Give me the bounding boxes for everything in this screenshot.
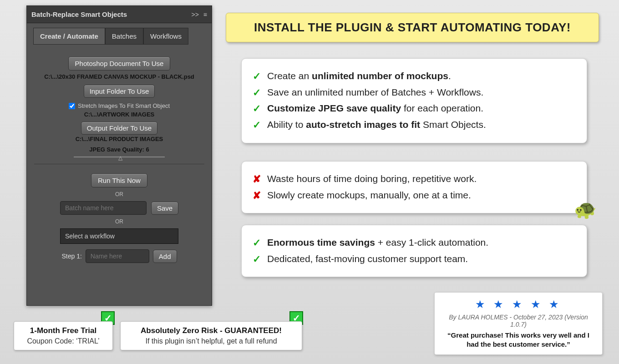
check-icon: ✓ [253, 253, 263, 266]
check-icon: ✓ [253, 86, 263, 100]
benefits-card-summary: ✓Enormous time savings + easy 1-click au… [241, 225, 587, 277]
add-step-button[interactable]: Add [153, 250, 177, 263]
panel-title: Batch-Replace Smart Objects [31, 10, 191, 18]
guarantee-badge: Absolutely Zero Risk - GUARANTEED! If th… [120, 321, 302, 350]
jpeg-quality-label: JPEG Save Quality: 6 [34, 146, 204, 153]
list-item: ✓Dedicated, fast-moving customer support… [253, 253, 576, 266]
tab-batches[interactable]: Batches [105, 28, 143, 45]
check-icon: ✓ [253, 118, 263, 132]
check-icon: ✓ [253, 236, 263, 250]
review-card: ★ ★ ★ ★ ★ By LAURA HOLMES - October 27, … [434, 292, 603, 355]
list-item: ✓Enormous time savings + easy 1-click au… [253, 236, 576, 250]
tab-bar: Create / Automate Batches Workflows [27, 23, 212, 45]
save-batch-button[interactable]: Save [151, 202, 178, 215]
review-byline: By LAURA HOLMES - October 27, 2023 (Vers… [441, 313, 596, 328]
list-item: ✘Slowly create mockups, manually, one at… [253, 189, 576, 202]
panel-header: Batch-Replace Smart Objects >> ≡ [27, 6, 212, 23]
input-folder-button[interactable]: Input Folder To Use [84, 85, 155, 98]
collapse-icon[interactable]: >> [191, 11, 198, 18]
headline-banner: INSTALL THE PLUGIN & START AUTOMATING TO… [226, 13, 599, 42]
document-path: C:\...\20x30 FRAMED CANVAS MOCKUP - BLAC… [34, 73, 204, 80]
output-folder-button[interactable]: Output Folder To Use [81, 121, 157, 135]
benefits-card-cons: ✘Waste hours of time doing boring, repet… [241, 161, 587, 213]
plugin-panel: Batch-Replace Smart Objects >> ≡ Create … [26, 5, 212, 306]
photoshop-document-button[interactable]: Photoshop Document To Use [68, 56, 171, 71]
tab-create-automate[interactable]: Create / Automate [33, 28, 105, 45]
guarantee-subtitle: If this plugin isn’t helpful, get a full… [128, 337, 294, 345]
check-icon: ✓ [253, 70, 263, 83]
list-item: ✓Customize JPEG save quality for each op… [253, 102, 576, 116]
list-item: ✓Save an unlimited number of Batches + W… [253, 86, 576, 100]
benefits-card-pros: ✓Create an unlimited number of mockups. … [241, 58, 587, 143]
turtle-icon: 🐢 [574, 199, 597, 220]
workflow-select[interactable]: Select a workflow [60, 228, 178, 244]
guarantee-title: Absolutely Zero Risk - GUARANTEED! [128, 326, 294, 335]
tab-workflows[interactable]: Workflows [143, 28, 188, 45]
step-name-input[interactable] [86, 249, 149, 263]
trial-title: 1-Month Free Trial [21, 326, 105, 335]
star-rating-icon: ★ ★ ★ ★ ★ [441, 298, 596, 311]
stretch-label: Stretch Images To Fit Smart Object [78, 102, 170, 109]
review-quote: “Great purchase! This works very well an… [441, 331, 596, 349]
x-icon: ✘ [253, 189, 263, 202]
panel-menu-icon[interactable]: ≡ [203, 11, 207, 18]
x-icon: ✘ [253, 172, 263, 186]
input-path: C:\...\ARTWORK IMAGES [34, 111, 204, 118]
output-path: C:\...\FINAL PRODUCT IMAGES [34, 136, 204, 142]
jpeg-quality-slider[interactable]: △ [74, 157, 165, 157]
batch-name-input[interactable] [60, 201, 147, 215]
check-icon: ✓ [253, 102, 263, 116]
or-divider-1: OR [34, 191, 204, 197]
trial-subtitle: Coupon Code: ‘TRIAL’ [21, 337, 105, 345]
trial-badge: 1-Month Free Trial Coupon Code: ‘TRIAL’ [14, 321, 113, 350]
or-divider-2: OR [34, 218, 204, 225]
step1-label: Step 1: [61, 253, 81, 260]
slider-thumb-icon[interactable]: △ [117, 155, 123, 159]
stretch-checkbox[interactable] [69, 103, 75, 109]
list-item: ✓Ability to auto-stretch images to fit S… [253, 118, 576, 132]
list-item: ✘Waste hours of time doing boring, repet… [253, 172, 576, 186]
list-item: ✓Create an unlimited number of mockups. [253, 70, 576, 83]
run-button[interactable]: Run This Now [91, 173, 147, 187]
